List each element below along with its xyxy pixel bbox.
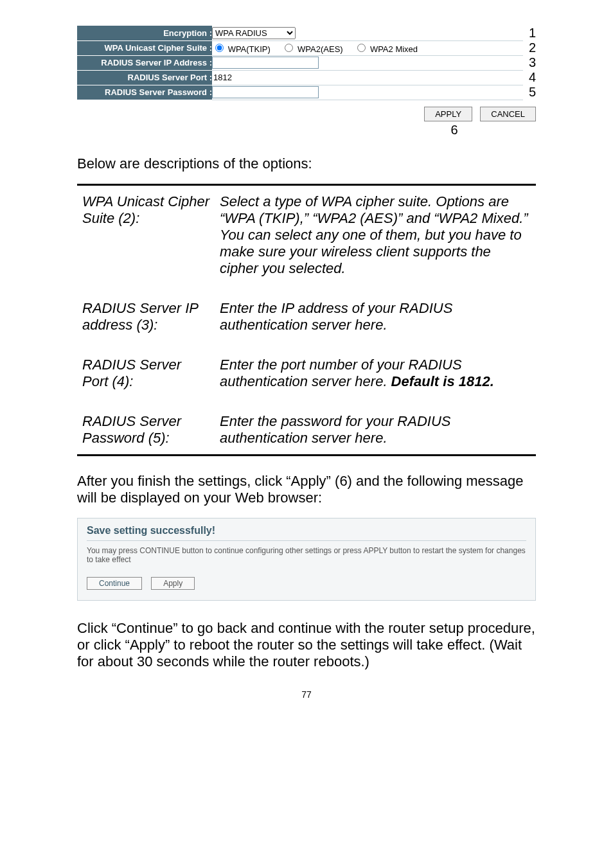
def-desc-ip: Enter the IP address of your RADIUS auth… <box>216 294 535 340</box>
cipher-aes-input[interactable] <box>285 44 293 52</box>
def-term-cipher: WPA Unicast Cipher Suite (2): <box>78 187 215 283</box>
save-title: Save setting successfully! <box>87 525 526 541</box>
def-desc-password: Enter the password for your RADIUS authe… <box>216 407 535 453</box>
port-input[interactable] <box>212 72 253 83</box>
continue-button[interactable]: Continue <box>87 577 142 590</box>
cipher-mixed-radio[interactable]: WPA2 Mixed <box>354 44 418 54</box>
def-desc-cipher: Select a type of WPA cipher suite. Optio… <box>216 187 535 283</box>
wpa-radius-form: Encryption : WPA RADIUS 1 WPA Unicast Ci… <box>77 26 536 100</box>
ip-label: RADIUS Server IP Address : <box>77 55 212 70</box>
def-term-ip: RADIUS Server IP address (3): <box>78 294 215 340</box>
def-desc-port: Enter the port number of your RADIUS aut… <box>216 350 535 396</box>
cancel-button[interactable]: CANCEL <box>480 107 536 121</box>
definitions-table: WPA Unicast Cipher Suite (2): Select a t… <box>77 184 536 456</box>
save-success-panel: Save setting successfully! You may press… <box>77 518 536 601</box>
cipher-mixed-input[interactable] <box>357 44 366 52</box>
encryption-label: Encryption : <box>77 26 212 40</box>
save-message: You may press CONTINUE button to continu… <box>87 546 526 564</box>
callout-4: 4 <box>523 70 536 85</box>
callout-6: 6 <box>373 123 536 137</box>
ip-input[interactable] <box>212 57 319 69</box>
encryption-select[interactable]: WPA RADIUS <box>212 27 296 39</box>
port-label: RADIUS Server Port : <box>77 70 212 85</box>
def-term-port: RADIUS Server Port (4): <box>78 350 215 396</box>
password-input[interactable] <box>212 86 319 98</box>
callout-5: 5 <box>523 85 536 100</box>
cipher-tkip-radio[interactable]: WPA(TKIP) <box>212 44 271 54</box>
callout-2: 2 <box>523 40 536 55</box>
intro-text: Below are descriptions of the options: <box>77 155 536 172</box>
password-label: RADIUS Server Password : <box>77 85 212 100</box>
closing-text: Click “Continue” to go back and continue… <box>77 620 536 670</box>
cipher-aes-radio[interactable]: WPA2(AES) <box>281 44 342 54</box>
after-text: After you finish the settings, click “Ap… <box>77 473 536 506</box>
callout-3: 3 <box>523 55 536 70</box>
cipher-tkip-input[interactable] <box>215 44 224 52</box>
def-term-password: RADIUS Server Password (5): <box>78 407 215 453</box>
apply-reboot-button[interactable]: Apply <box>151 577 195 590</box>
callout-1: 1 <box>523 26 536 40</box>
page-number: 77 <box>77 689 536 700</box>
apply-button[interactable]: APPLY <box>424 107 472 121</box>
cipher-label: WPA Unicast Cipher Suite : <box>77 40 212 55</box>
